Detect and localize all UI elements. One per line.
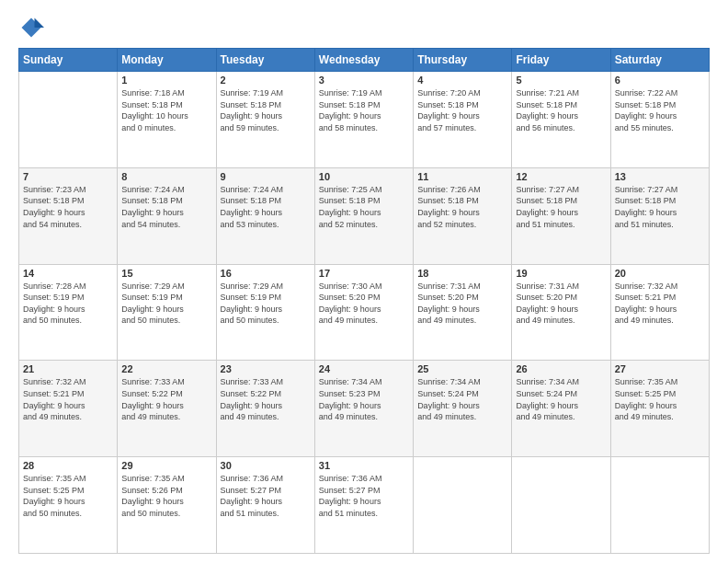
day-info: Sunrise: 7:28 AM Sunset: 5:19 PM Dayligh… [23,281,113,327]
calendar-cell: 27Sunrise: 7:35 AM Sunset: 5:25 PM Dayli… [610,361,709,457]
day-info: Sunrise: 7:24 AM Sunset: 5:18 PM Dayligh… [121,184,211,230]
calendar-cell: 13Sunrise: 7:27 AM Sunset: 5:18 PM Dayli… [610,167,709,264]
day-number: 16 [221,268,311,279]
calendar-cell: 4Sunrise: 7:20 AM Sunset: 5:18 PM Daylig… [414,72,512,168]
day-info: Sunrise: 7:29 AM Sunset: 5:19 PM Dayligh… [221,281,311,327]
day-number: 9 [221,171,311,182]
day-number: 20 [615,268,705,279]
day-info: Sunrise: 7:34 AM Sunset: 5:24 PM Dayligh… [516,376,606,422]
day-info: Sunrise: 7:31 AM Sunset: 5:20 PM Dayligh… [417,281,507,327]
weekday-header-row: SundayMondayTuesdayWednesdayThursdayFrid… [19,49,710,72]
calendar-cell: 20Sunrise: 7:32 AM Sunset: 5:21 PM Dayli… [610,264,709,361]
day-info: Sunrise: 7:31 AM Sunset: 5:20 PM Dayligh… [516,281,606,327]
calendar-week-row: 21Sunrise: 7:32 AM Sunset: 5:21 PM Dayli… [19,361,710,457]
calendar-week-row: 1Sunrise: 7:18 AM Sunset: 5:18 PM Daylig… [19,72,710,168]
calendar-week-row: 14Sunrise: 7:28 AM Sunset: 5:19 PM Dayli… [19,264,710,361]
day-number: 23 [221,363,311,374]
day-number: 28 [23,460,113,471]
calendar-cell: 11Sunrise: 7:26 AM Sunset: 5:18 PM Dayli… [414,167,512,264]
day-info: Sunrise: 7:22 AM Sunset: 5:18 PM Dayligh… [615,87,705,133]
weekday-header-sunday: Sunday [19,49,118,72]
day-info: Sunrise: 7:29 AM Sunset: 5:19 PM Dayligh… [121,281,211,327]
calendar-cell: 26Sunrise: 7:34 AM Sunset: 5:24 PM Dayli… [512,361,610,457]
day-info: Sunrise: 7:32 AM Sunset: 5:21 PM Dayligh… [615,281,705,327]
day-info: Sunrise: 7:33 AM Sunset: 5:22 PM Dayligh… [121,376,211,422]
day-number: 29 [121,460,211,471]
weekday-header-monday: Monday [118,49,216,72]
calendar-cell: 17Sunrise: 7:30 AM Sunset: 5:20 PM Dayli… [314,264,413,361]
day-number: 17 [319,268,409,279]
day-number: 24 [319,363,409,374]
day-info: Sunrise: 7:34 AM Sunset: 5:23 PM Dayligh… [319,376,409,422]
calendar-cell [19,72,118,168]
weekday-header-thursday: Thursday [414,49,512,72]
calendar-cell: 9Sunrise: 7:24 AM Sunset: 5:18 PM Daylig… [216,167,314,264]
day-info: Sunrise: 7:35 AM Sunset: 5:25 PM Dayligh… [23,473,113,519]
calendar-cell: 31Sunrise: 7:36 AM Sunset: 5:27 PM Dayli… [314,457,413,554]
day-number: 22 [121,363,211,374]
calendar-cell: 21Sunrise: 7:32 AM Sunset: 5:21 PM Dayli… [19,361,118,457]
calendar-cell: 10Sunrise: 7:25 AM Sunset: 5:18 PM Dayli… [314,167,413,264]
calendar-table: SundayMondayTuesdayWednesdayThursdayFrid… [18,48,710,554]
day-number: 13 [615,171,705,182]
day-info: Sunrise: 7:35 AM Sunset: 5:25 PM Dayligh… [615,376,705,422]
calendar-cell: 29Sunrise: 7:35 AM Sunset: 5:26 PM Dayli… [118,457,216,554]
weekday-header-friday: Friday [512,49,610,72]
day-number: 14 [23,268,113,279]
day-number: 25 [417,363,507,374]
day-info: Sunrise: 7:35 AM Sunset: 5:26 PM Dayligh… [121,473,211,519]
calendar-week-row: 7Sunrise: 7:23 AM Sunset: 5:18 PM Daylig… [19,167,710,264]
calendar-cell: 14Sunrise: 7:28 AM Sunset: 5:19 PM Dayli… [19,264,118,361]
day-info: Sunrise: 7:25 AM Sunset: 5:18 PM Dayligh… [319,184,409,230]
calendar-cell: 3Sunrise: 7:19 AM Sunset: 5:18 PM Daylig… [314,72,413,168]
calendar-cell: 25Sunrise: 7:34 AM Sunset: 5:24 PM Dayli… [414,361,512,457]
day-info: Sunrise: 7:32 AM Sunset: 5:21 PM Dayligh… [23,376,113,422]
calendar-cell: 19Sunrise: 7:31 AM Sunset: 5:20 PM Dayli… [512,264,610,361]
day-info: Sunrise: 7:21 AM Sunset: 5:18 PM Dayligh… [516,87,606,133]
calendar-cell: 1Sunrise: 7:18 AM Sunset: 5:18 PM Daylig… [118,72,216,168]
calendar-cell: 30Sunrise: 7:36 AM Sunset: 5:27 PM Dayli… [216,457,314,554]
calendar-cell: 12Sunrise: 7:27 AM Sunset: 5:18 PM Dayli… [512,167,610,264]
day-number: 8 [121,171,211,182]
day-info: Sunrise: 7:33 AM Sunset: 5:22 PM Dayligh… [221,376,311,422]
day-number: 26 [516,363,606,374]
day-info: Sunrise: 7:27 AM Sunset: 5:18 PM Dayligh… [615,184,705,230]
day-number: 12 [516,171,606,182]
day-number: 31 [319,460,409,471]
day-info: Sunrise: 7:26 AM Sunset: 5:18 PM Dayligh… [417,184,507,230]
calendar-cell: 22Sunrise: 7:33 AM Sunset: 5:22 PM Dayli… [118,361,216,457]
svg-marker-1 [35,18,45,29]
day-number: 4 [417,75,507,86]
calendar-cell: 28Sunrise: 7:35 AM Sunset: 5:25 PM Dayli… [19,457,118,554]
day-info: Sunrise: 7:34 AM Sunset: 5:24 PM Dayligh… [417,376,507,422]
calendar-cell: 8Sunrise: 7:24 AM Sunset: 5:18 PM Daylig… [118,167,216,264]
day-number: 11 [417,171,507,182]
calendar-cell: 6Sunrise: 7:22 AM Sunset: 5:18 PM Daylig… [610,72,709,168]
day-info: Sunrise: 7:20 AM Sunset: 5:18 PM Dayligh… [417,87,507,133]
weekday-header-saturday: Saturday [610,49,709,72]
day-info: Sunrise: 7:36 AM Sunset: 5:27 PM Dayligh… [319,473,409,519]
day-number: 19 [516,268,606,279]
calendar-cell: 2Sunrise: 7:19 AM Sunset: 5:18 PM Daylig… [216,72,314,168]
logo-icon [18,15,44,40]
calendar-cell: 15Sunrise: 7:29 AM Sunset: 5:19 PM Dayli… [118,264,216,361]
day-number: 10 [319,171,409,182]
day-info: Sunrise: 7:19 AM Sunset: 5:18 PM Dayligh… [319,87,409,133]
day-info: Sunrise: 7:30 AM Sunset: 5:20 PM Dayligh… [319,281,409,327]
calendar-cell: 18Sunrise: 7:31 AM Sunset: 5:20 PM Dayli… [414,264,512,361]
calendar-page: SundayMondayTuesdayWednesdayThursdayFrid… [0,0,728,563]
day-number: 3 [319,75,409,86]
day-number: 6 [615,75,705,86]
day-number: 1 [121,75,211,86]
day-info: Sunrise: 7:19 AM Sunset: 5:18 PM Dayligh… [221,87,311,133]
day-number: 15 [121,268,211,279]
weekday-header-wednesday: Wednesday [314,49,413,72]
day-info: Sunrise: 7:18 AM Sunset: 5:18 PM Dayligh… [121,87,211,133]
day-info: Sunrise: 7:36 AM Sunset: 5:27 PM Dayligh… [221,473,311,519]
calendar-week-row: 28Sunrise: 7:35 AM Sunset: 5:25 PM Dayli… [19,457,710,554]
day-number: 5 [516,75,606,86]
header [18,15,710,40]
day-number: 18 [417,268,507,279]
day-number: 30 [221,460,311,471]
day-number: 27 [615,363,705,374]
